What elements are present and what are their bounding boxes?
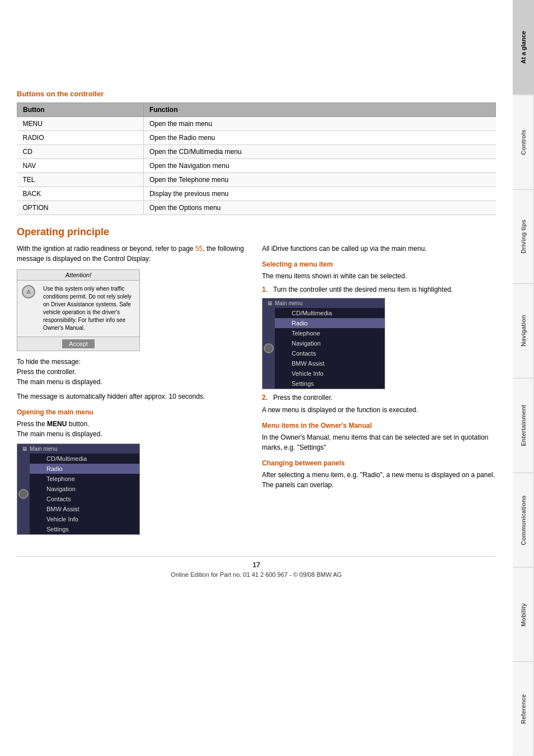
table-cell: Open the Options menu (143, 201, 495, 215)
menu-item-row: Vehicle Info (30, 514, 139, 524)
accept-button[interactable]: Accept (62, 339, 95, 348)
side-tab-driving-tips[interactable]: Driving tips (513, 189, 534, 284)
table-cell: Open the Navigation menu (143, 159, 495, 173)
operating-principle-section: Operating principle With the ignition at… (17, 226, 496, 539)
menu-item-row: Navigation (275, 338, 385, 348)
menu-left-bar-right (263, 308, 275, 389)
side-tabs: At a glance Controls Driving tips Naviga… (513, 0, 534, 756)
table-row: MENUOpen the main menu (17, 117, 496, 131)
attention-text: Use this system only when traffic condit… (43, 285, 135, 332)
opening-main-menu-text: Press the MENU button. The main menu is … (17, 419, 251, 439)
warning-circle-icon: ⚠ (22, 285, 35, 298)
side-tab-controls[interactable]: Controls (513, 95, 534, 189)
opening-main-menu-title: Opening the main menu (17, 408, 251, 416)
table-row: OPTIONOpen the Options menu (17, 201, 496, 215)
menu-item-row: CD/Multimedia (30, 454, 139, 464)
changing-panels-title: Changing between panels (262, 459, 496, 467)
menu-item-row: Navigation (30, 484, 139, 494)
step-1-number: 1. (262, 286, 270, 293)
main-menu-titlebar-right: 🖥 Main menu (263, 298, 385, 308)
main-menu-titlebar: 🖥 Main menu (17, 444, 139, 454)
attention-header: Attention! (17, 270, 139, 281)
menu-item-row: Contacts (275, 348, 385, 358)
table-cell: NAV (17, 159, 144, 173)
table-cell: RADIO (17, 131, 144, 145)
side-tab-at-a-glance[interactable]: At a glance (513, 0, 534, 95)
col-header-button: Button (17, 103, 144, 117)
table-cell: CD (17, 145, 144, 159)
intro-text: With the ignition at radio readiness or … (17, 244, 251, 264)
buttons-section: Buttons on the controller Button Functio… (17, 90, 496, 215)
right-intro: All iDrive functions can be called up vi… (262, 244, 496, 254)
step-2-result: A new menu is displayed or the function … (262, 405, 496, 415)
step-1-text: Turn the controller until the desired me… (273, 286, 453, 293)
table-cell: BACK (17, 187, 144, 201)
table-cell: OPTION (17, 201, 144, 215)
hide-message-text: To hide the message: Press the controlle… (17, 357, 251, 387)
side-tab-entertainment[interactable]: Entertainment (513, 378, 534, 473)
buttons-section-title: Buttons on the controller (17, 90, 496, 98)
page-footer: 17 Online Edition for Part no. 01 41 2 6… (17, 556, 496, 578)
step-1: 1. Turn the controller until the desired… (262, 286, 496, 293)
table-cell: Open the CD/Multimedia menu (143, 145, 495, 159)
menu-item-row: Telephone (275, 328, 385, 338)
main-menu-titlebar-right-icon: 🖥 (267, 300, 273, 306)
side-tab-reference[interactable]: Reference (513, 661, 534, 756)
step-2-number: 2. (262, 394, 270, 402)
menu-left-bar (17, 454, 30, 534)
menu-content-area: CD/MultimediaRadioTelephoneNavigationCon… (30, 454, 139, 534)
step-2: 2. Press the controller. (262, 394, 496, 402)
main-menu-titlebar-icon: 🖥 (22, 446, 27, 452)
menu-item-row: BMW Assist (275, 358, 385, 368)
auto-hide-text: The message is automatically hidden afte… (17, 391, 251, 402)
op-title: Operating principle (17, 226, 496, 238)
menu-item-row: Settings (275, 379, 385, 389)
table-cell: Open the Telephone menu (143, 173, 495, 187)
table-cell: TEL (17, 173, 144, 187)
menu-item-row: Settings (30, 524, 139, 534)
menu-item-row: Contacts (30, 494, 139, 504)
page-number: 17 (17, 561, 496, 569)
menu-item-row: Radio (275, 318, 385, 328)
selecting-title: Selecting a menu item (262, 260, 496, 268)
menu-item-row: BMW Assist (30, 504, 139, 514)
table-row: TELOpen the Telephone menu (17, 173, 496, 187)
menu-item-row: Radio (30, 464, 139, 474)
side-tab-mobility[interactable]: Mobility (513, 567, 534, 662)
menu-bold: MENU (47, 420, 67, 428)
controller-circle-icon-right (264, 343, 274, 353)
controller-table: Button Function MENUOpen the main menuRA… (17, 102, 496, 215)
table-cell: Open the main menu (143, 117, 495, 131)
main-menu-titlebar-right-text: Main menu (275, 300, 302, 306)
col-header-function: Function (143, 103, 495, 117)
menu-item-row: Telephone (30, 474, 139, 484)
table-cell: MENU (17, 117, 144, 131)
attention-icon: ⚠ (22, 285, 39, 332)
controller-circle-icon (18, 489, 29, 499)
main-menu-titlebar-text: Main menu (30, 446, 57, 452)
table-row: BACKDisplay the previous menu (17, 187, 496, 201)
table-cell: Open the Radio menu (143, 131, 495, 145)
left-column: With the ignition at radio readiness or … (17, 244, 251, 539)
main-menu-screenshot-left: 🖥 Main menu CD/MultimediaRadioTelephoneN… (17, 444, 140, 535)
attention-accept-area: Accept (17, 337, 139, 351)
right-column: All iDrive functions can be called up vi… (262, 244, 496, 539)
table-row: NAVOpen the Navigation menu (17, 159, 496, 173)
menu-item-row: CD/Multimedia (275, 308, 385, 318)
footer-text: Online Edition for Part no. 01 41 2 600 … (17, 571, 496, 578)
page-link[interactable]: 55 (195, 245, 203, 253)
attention-box: Attention! ⚠ Use this system only when t… (17, 269, 140, 351)
selecting-text: The menu items shown in white can be sel… (262, 271, 496, 281)
side-tab-navigation[interactable]: Navigation (513, 283, 534, 378)
table-row: CDOpen the CD/Multimedia menu (17, 145, 496, 159)
menu-items-manual-title: Menu items in the Owner's Manual (262, 422, 496, 430)
menu-content-area-right: CD/MultimediaRadioTelephoneNavigationCon… (275, 308, 385, 389)
menu-items-manual-text: In the Owner's Manual, menu items that c… (262, 432, 496, 452)
side-tab-communications[interactable]: Communications (513, 473, 534, 567)
step-2-text: Press the controller. (273, 394, 332, 402)
table-cell: Display the previous menu (143, 187, 495, 201)
menu-item-row: Vehicle Info (275, 368, 385, 379)
table-row: RADIOOpen the Radio menu (17, 131, 496, 145)
main-menu-screenshot-right: 🖥 Main menu CD/MultimediaRadioTelephoneN… (262, 298, 385, 389)
changing-panels-text: After selecting a menu item, e.g. "Radio… (262, 470, 496, 490)
